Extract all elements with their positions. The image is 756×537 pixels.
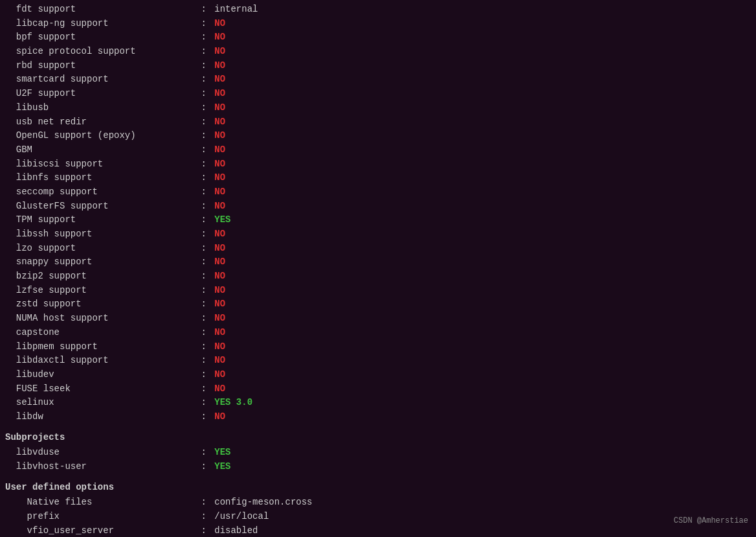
line-fdt: fdt support : internal: [5, 3, 751, 17]
line-libiscsi: libiscsi support : NO: [5, 157, 751, 172]
line-native-files: Native files : config-meson.cross: [5, 496, 751, 510]
user-options-header: User defined options: [5, 478, 751, 496]
line-smartcard: smartcard support : NO: [5, 73, 751, 87]
line-fuse-lseek: FUSE lseek : NO: [5, 382, 751, 396]
line-prefix: prefix : /usr/local: [5, 510, 751, 524]
line-bpf: bpf support : NO: [5, 30, 751, 45]
line-numa: NUMA host support : NO: [5, 312, 751, 326]
line-libvduse: libvduse : YES: [5, 446, 751, 460]
line-libpmem: libpmem support : NO: [5, 340, 751, 354]
line-snappy: snappy support : NO: [5, 255, 751, 269]
line-opengl: OpenGL support (epoxy) : NO: [5, 129, 751, 143]
line-tpm: TPM support : YES: [5, 213, 751, 227]
line-libnfs: libnfs support : NO: [5, 171, 751, 185]
terminal: fdt support : internal libcap-ng support…: [0, 0, 756, 537]
line-seccomp: seccomp support : NO: [5, 185, 751, 200]
line-selinux: selinux : YES 3.0: [5, 396, 751, 410]
line-rbd: rbd support : NO: [5, 59, 751, 73]
line-glusterfs: GlusterFS support : NO: [5, 200, 751, 214]
line-bzip2: bzip2 support : NO: [5, 269, 751, 284]
line-libcap-ng: libcap-ng support : NO: [5, 17, 751, 31]
line-lzo: lzo support : NO: [5, 242, 751, 256]
line-capstone: capstone : NO: [5, 326, 751, 340]
line-libssh: libssh support : NO: [5, 227, 751, 242]
line-vfio-user-server: vfio_user_server : disabled: [5, 524, 751, 537]
line-u2f: U2F support : NO: [5, 87, 751, 101]
line-libudev: libudev : NO: [5, 368, 751, 382]
line-libusb: libusb : NO: [5, 101, 751, 115]
line-zstd: zstd support : NO: [5, 297, 751, 312]
line-libdaxctl: libdaxctl support : NO: [5, 354, 751, 368]
line-usb-net-redir: usb net redir : NO: [5, 115, 751, 130]
line-lzfse: lzfse support : NO: [5, 284, 751, 298]
line-spice: spice protocol support : NO: [5, 45, 751, 59]
line-gbm: GBM : NO: [5, 143, 751, 157]
subprojects-header: Subprojects: [5, 428, 751, 446]
line-libdw: libdw : NO: [5, 410, 751, 424]
line-libvhost-user: libvhost-user : YES: [5, 460, 751, 474]
watermark: CSDN @Amherstiae: [674, 516, 748, 525]
